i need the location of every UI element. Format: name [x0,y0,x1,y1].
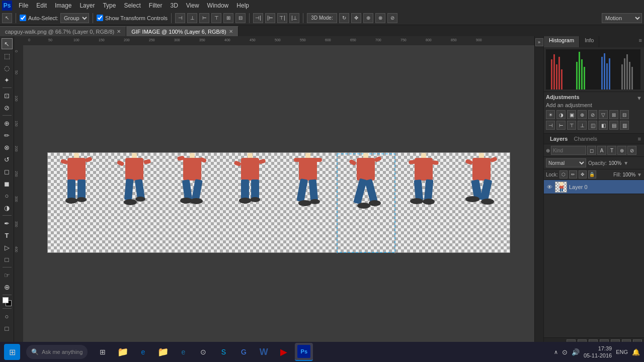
channels-tab[interactable]: Channels [571,135,600,143]
3d-rotate-btn[interactable]: ↻ [339,13,349,23]
healing-tool-btn[interactable]: ⊕ [2,118,13,129]
taskbar-file-explorer[interactable]: 📁 [114,343,132,361]
menu-help[interactable]: Help [233,1,253,10]
shape-tool-btn[interactable]: □ [2,254,13,265]
move-tool-btn[interactable]: ↖ [2,38,13,49]
volume-icon[interactable]: 🔊 [572,348,580,356]
auto-select-checkbox[interactable] [20,15,26,21]
adj-levels-btn[interactable]: ◑ [556,110,566,119]
blend-mode-select[interactable]: Normal Multiply Screen Overlay [546,158,586,167]
adj-channel-mixer-btn[interactable]: ⊢ [556,121,566,130]
align-center-v-btn[interactable]: ⊞ [223,13,233,23]
tab-capguy-close[interactable]: ✕ [117,29,121,34]
panel-toggle-btn[interactable]: » [535,38,543,46]
3d-zoom-btn[interactable]: ⊕ [363,13,373,23]
taskbar-ie[interactable]: e [174,343,192,361]
taskbar-taskview[interactable]: ⊞ [94,343,112,361]
menu-type[interactable]: Type [99,1,119,10]
layers-filter-normal-btn[interactable]: ◻ [587,146,596,155]
dist-center-h-btn[interactable]: |⊢ [265,13,275,23]
adj-curves-btn[interactable]: ▣ [567,110,576,119]
workspace-select[interactable]: Motion [602,13,642,23]
3d-pan-btn[interactable]: ✥ [351,13,361,23]
panel-options-btn[interactable]: ≡ [637,36,644,47]
wand-tool-btn[interactable]: ✦ [2,74,13,85]
show-transform-checkbox[interactable] [97,15,103,21]
info-tab[interactable]: Info [580,36,599,47]
brush-tool-btn[interactable]: ✏ [2,130,13,141]
adj-brightness-btn[interactable]: ☀ [546,110,555,119]
adj-photo-filter-btn[interactable]: ⊣ [546,121,555,130]
adj-color-balance-btn[interactable]: ⊞ [609,110,618,119]
adj-threshold-btn[interactable]: ◧ [599,121,608,130]
taskbar-skype[interactable]: S [214,343,232,361]
quick-mask-btn[interactable]: ○ [2,311,13,322]
taskbar-word[interactable]: W [255,343,273,361]
taskbar-chrome2[interactable]: G [234,343,253,361]
layer-row[interactable]: 👁 [544,180,644,194]
adj-vibrance-btn[interactable]: ⊘ [588,110,597,119]
layers-filter-smart-btn[interactable]: ⊕ [617,146,626,155]
screen-mode-btn[interactable]: □ [2,323,13,334]
adjustments-collapse-btn[interactable]: ▼ [636,95,642,101]
hand-tool-btn[interactable]: ☞ [2,269,13,281]
layers-kind-filter[interactable] [551,146,586,155]
type-tool-btn[interactable]: T [2,230,13,241]
tab-gif-close[interactable]: ✕ [229,29,233,34]
layers-tab[interactable]: Layers [547,135,571,143]
3d-orbit-btn[interactable]: ⊗ [375,13,385,23]
system-clock[interactable]: 17:39 05-11-2016 [584,345,612,359]
align-top-btn[interactable]: ⊤ [211,13,221,23]
layers-filter-text-btn[interactable]: T [607,146,616,155]
tab-gif[interactable]: GIF IMAGE @ 100% (Layer 6, RGB/8) ✕ [126,26,238,36]
path-select-tool-btn[interactable]: ▷ [2,242,13,253]
pen-tool-btn[interactable]: ✒ [2,218,13,229]
taskbar-media[interactable]: ▶ [275,343,293,361]
taskbar-chrome[interactable]: ⊙ [194,343,212,361]
align-center-h-btn[interactable]: ⊥ [187,13,197,23]
lasso-tool-btn[interactable]: ◌ [2,62,13,73]
stamp-tool-btn[interactable]: ⊗ [2,142,13,153]
align-left-btn[interactable]: ⊣ [175,13,185,23]
adj-black-white-btn[interactable]: ⊟ [620,110,629,119]
notification-btn[interactable]: 🔔 [632,348,640,356]
3d-roll-btn[interactable]: ⊘ [387,13,397,23]
network-icon[interactable]: ⊙ [562,348,568,356]
lock-transparent-btn[interactable]: ⬡ [559,170,568,178]
move-tool-options[interactable]: ↖ [2,13,12,23]
blur-tool-btn[interactable]: ○ [2,190,13,201]
adj-selective-color-btn[interactable]: ▥ [620,121,629,130]
eraser-tool-btn[interactable]: ◻ [2,166,13,177]
gradient-tool-btn[interactable]: ◼ [2,178,13,189]
taskbar-file-explorer2[interactable]: 📁 [154,343,172,361]
tab-capguy[interactable]: capguy-walk.png @ 66.7% (Layer 0, RGB/8)… [0,26,126,36]
search-bar[interactable]: 🔍 Ask me anything [26,345,88,359]
language-indicator[interactable]: ENG [616,349,628,355]
eyedropper-tool-btn[interactable]: ⊘ [2,102,13,113]
fill-dropdown-btn[interactable]: ▼ [637,172,642,177]
taskbar-edge[interactable]: e [134,343,152,361]
marquee-tool-btn[interactable]: ⬚ [2,50,13,61]
adj-posterize-btn[interactable]: ◫ [588,121,597,130]
layer-visibility-toggle[interactable]: 👁 [546,184,553,191]
zoom-tool-btn[interactable]: ⊕ [2,282,13,293]
dist-left-btn[interactable]: ⊣| [253,13,263,23]
dist-bottom-btn[interactable]: |⊥ [289,13,299,23]
lock-position-btn[interactable]: ✥ [579,170,587,178]
adj-invert-btn[interactable]: ⊥ [578,121,587,130]
canvas-viewport[interactable] [23,45,534,350]
crop-tool-btn[interactable]: ⊡ [2,90,13,101]
align-right-btn[interactable]: ⊢ [199,13,209,23]
lock-image-btn[interactable]: ✏ [569,170,577,178]
layers-options-btn[interactable]: ≡ [638,136,641,142]
auto-select-group[interactable]: Group Layer [60,13,89,23]
color-swatch[interactable] [3,297,12,306]
canvas-area[interactable]: 0 50 100 150 200 250 300 350 400 450 500… [14,36,534,350]
3d-mode-btn[interactable]: 3D Mode: [307,13,337,23]
histogram-tab[interactable]: Histogram [544,36,580,47]
taskbar-photoshop[interactable]: Ps [295,343,313,361]
layers-filter-toggle-btn[interactable]: ⊘ [627,146,636,155]
adj-hue-btn[interactable]: ▽ [599,110,608,119]
canvas-image[interactable] [47,152,510,253]
adj-exposure-btn[interactable]: ⊕ [578,110,587,119]
